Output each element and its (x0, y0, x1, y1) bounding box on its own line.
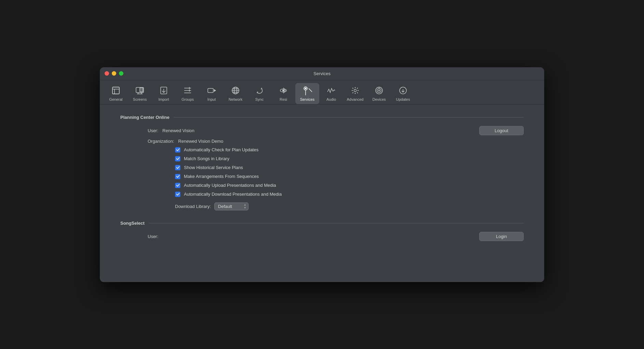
checkbox-row-5[interactable]: Automatically Download Presentations and… (175, 192, 524, 197)
sync-icon (254, 85, 265, 96)
toolbar-item-groups[interactable]: Groups (176, 83, 200, 104)
toolbar-item-network[interactable]: Network (224, 83, 247, 104)
updates-label: Updates (396, 97, 410, 101)
input-icon (206, 85, 217, 96)
planning-center-title: Planning Center Online (120, 115, 170, 120)
pco-org-row: Organization: Renewed Vision Demo (120, 139, 524, 144)
toolbar-item-sync[interactable]: Sync (247, 83, 271, 104)
groups-label: Groups (182, 97, 194, 101)
songselect-user-row: User: Login (120, 232, 524, 241)
checkbox-auto-check[interactable] (175, 147, 180, 153)
login-button[interactable]: Login (479, 232, 524, 241)
checkbox-row-4[interactable]: Automatically Upload Presentations and M… (175, 183, 524, 188)
checkbox-row-1[interactable]: Match Songs in Library (175, 156, 524, 162)
network-label: Network (229, 97, 242, 101)
main-window: Services General (100, 67, 544, 282)
minimize-button[interactable] (112, 71, 116, 76)
traffic-lights (105, 71, 123, 76)
toolbar-item-screens[interactable]: Screens (128, 83, 152, 104)
toolbar-item-audio[interactable]: Audio (319, 83, 343, 104)
import-icon (158, 85, 169, 96)
checkbox-match-songs-label: Match Songs in Library (184, 156, 229, 161)
svg-point-26 (305, 87, 307, 89)
planning-center-header: Planning Center Online (120, 115, 524, 120)
pco-user-row: User: Renewed Vision Logout (120, 126, 524, 135)
toolbar-item-general[interactable]: General (104, 83, 128, 104)
services-label: Services (300, 97, 314, 101)
general-icon (110, 85, 121, 96)
download-library-label: Download Library: (175, 204, 211, 209)
svg-point-29 (377, 88, 381, 93)
svg-line-25 (309, 88, 312, 92)
general-label: General (109, 97, 122, 101)
checkbox-match-songs[interactable] (175, 156, 180, 162)
sync-label: Sync (255, 97, 264, 101)
checkbox-make-arrangements[interactable] (175, 174, 180, 179)
input-label: Input (207, 97, 216, 101)
maximize-button[interactable] (119, 71, 123, 76)
pco-user-value: Renewed Vision (162, 128, 479, 133)
section-divider (174, 117, 524, 117)
toolbar-item-devices[interactable]: Devices (367, 83, 391, 104)
pco-org-value: Renewed Vision Demo (178, 139, 524, 144)
toolbar-item-resi[interactable]: Resi (271, 83, 295, 104)
pco-user-label: User: (148, 128, 158, 133)
groups-icon (182, 85, 193, 96)
import-label: Import (158, 97, 169, 101)
network-icon (230, 85, 241, 96)
checkbox-auto-upload-label: Automatically Upload Presentations and M… (184, 183, 276, 188)
songselect-user-label: User: (148, 234, 158, 239)
toolbar-item-import[interactable]: Import (152, 83, 176, 104)
songselect-title: SongSelect (120, 221, 145, 226)
svg-point-22 (282, 89, 284, 92)
checkbox-auto-download-label: Automatically Download Presentations and… (184, 192, 282, 197)
checkbox-auto-check-label: Automatically Check for Plan Updates (184, 147, 258, 152)
checkbox-show-historical[interactable] (175, 165, 180, 170)
toolbar-item-advanced[interactable]: Advanced (343, 83, 367, 104)
download-library-row: Download Library: Default ▲ ▼ (120, 203, 524, 210)
songselect-header: SongSelect (120, 221, 524, 226)
resi-label: Resi (280, 97, 287, 101)
songselect-section: SongSelect User: Login (120, 221, 524, 241)
checkbox-row-2[interactable]: Show Historical Service Plans (175, 165, 524, 170)
pco-checkboxes: Automatically Check for Plan Updates Mat… (120, 147, 524, 197)
svg-rect-7 (140, 88, 143, 92)
checkbox-auto-download[interactable] (175, 192, 180, 197)
screens-label: Screens (133, 97, 147, 101)
checkbox-show-historical-label: Show Historical Service Plans (184, 165, 243, 170)
svg-rect-15 (208, 88, 213, 93)
svg-rect-0 (112, 87, 119, 94)
download-library-select-wrapper: Default ▲ ▼ (214, 203, 249, 210)
advanced-label: Advanced (347, 97, 364, 101)
toolbar-item-updates[interactable]: Updates (391, 83, 415, 104)
songselect-section-divider (149, 223, 524, 223)
devices-icon (374, 85, 385, 96)
updates-icon (398, 85, 408, 96)
window-title: Services (313, 71, 331, 76)
content-area: Planning Center Online User: Renewed Vis… (100, 104, 544, 282)
checkbox-row-3[interactable]: Make Arrangements From Sequences (175, 174, 524, 179)
pco-org-label: Organization: (148, 139, 174, 144)
checkbox-make-arrangements-label: Make Arrangements From Sequences (184, 174, 259, 179)
devices-label: Devices (372, 97, 386, 101)
advanced-icon (350, 85, 361, 96)
logout-button[interactable]: Logout (479, 126, 524, 135)
svg-point-27 (354, 89, 357, 92)
services-icon (302, 85, 313, 96)
toolbar-item-input[interactable]: Input (200, 83, 224, 104)
planning-center-section: Planning Center Online User: Renewed Vis… (120, 115, 524, 210)
title-bar: Services (100, 67, 544, 80)
checkbox-auto-upload[interactable] (175, 183, 180, 188)
screens-icon (134, 85, 145, 96)
download-library-select[interactable]: Default (214, 203, 249, 210)
resi-icon (278, 85, 289, 96)
svg-marker-16 (214, 89, 216, 92)
svg-point-30 (378, 90, 380, 91)
audio-label: Audio (326, 97, 336, 101)
toolbar: General Screens (100, 80, 544, 104)
audio-icon (326, 85, 337, 96)
close-button[interactable] (105, 71, 109, 76)
toolbar-item-services[interactable]: Services (295, 83, 319, 104)
checkbox-row-0[interactable]: Automatically Check for Plan Updates (175, 147, 524, 153)
